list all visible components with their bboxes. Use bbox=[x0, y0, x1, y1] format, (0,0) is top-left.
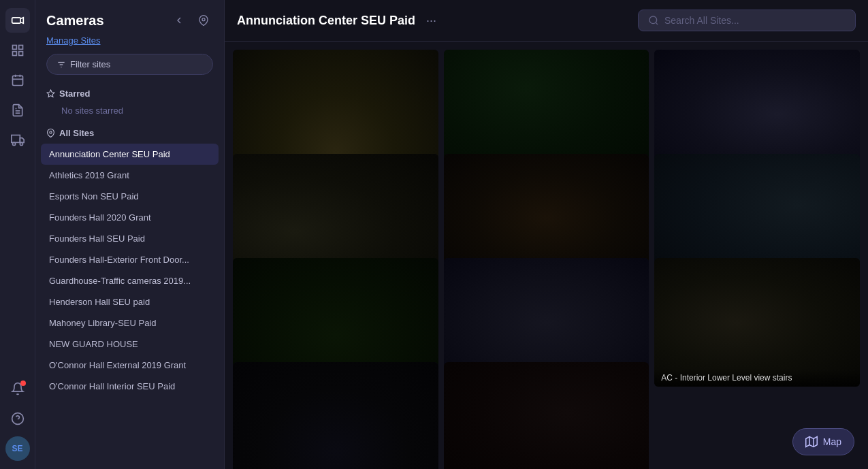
nav-truck[interactable] bbox=[5, 128, 30, 152]
camera-feed-cam9 bbox=[654, 258, 860, 387]
svg-marker-25 bbox=[806, 437, 818, 447]
location-icon[interactable] bbox=[194, 11, 213, 30]
svg-point-17 bbox=[202, 18, 205, 21]
search-bar bbox=[638, 10, 856, 31]
svg-point-22 bbox=[50, 131, 52, 133]
sidebar-item-esports[interactable]: Esports Non SEU Paid bbox=[41, 186, 219, 207]
svg-point-23 bbox=[649, 16, 657, 24]
nav-reports[interactable] bbox=[5, 98, 30, 123]
sidebar-item-guardhouse[interactable]: Guardhouse-Traffic cameras 2019... bbox=[41, 270, 219, 291]
sidebar-title: Cameras bbox=[46, 13, 104, 29]
nav-alerts[interactable] bbox=[5, 376, 30, 401]
sidebar-item-oconnorInterior[interactable]: O'Connor Hall Interior SEU Paid bbox=[41, 376, 219, 397]
svg-rect-4 bbox=[18, 52, 22, 56]
notification-badge bbox=[20, 381, 26, 386]
nav-user[interactable]: SE bbox=[5, 436, 30, 461]
svg-line-24 bbox=[656, 22, 658, 25]
camera-grid: AC - Interior Lower LevelAC - Exterior F… bbox=[225, 42, 868, 469]
sidebar-item-newguard[interactable]: NEW GUARD HOUSE bbox=[41, 334, 219, 355]
map-button-label: Map bbox=[823, 436, 841, 447]
all-sites-header: All Sites bbox=[46, 128, 213, 138]
nav-cameras[interactable] bbox=[5, 8, 30, 33]
svg-rect-5 bbox=[12, 76, 22, 85]
more-options-button[interactable]: ··· bbox=[422, 12, 440, 29]
nav-calendar[interactable] bbox=[5, 68, 30, 93]
sidebar-item-oconnorExternal[interactable]: O'Connor Hall External 2019 Grant bbox=[41, 355, 219, 376]
sidebar-header: Cameras bbox=[35, 0, 224, 35]
main-header-left: Annunciation Center SEU Paid ··· bbox=[237, 12, 440, 29]
svg-rect-1 bbox=[12, 46, 16, 50]
sidebar: Cameras Manage Sites Filter sites bbox=[35, 0, 225, 469]
svg-point-14 bbox=[20, 142, 22, 145]
manage-sites-link[interactable]: Manage Sites bbox=[35, 35, 224, 54]
page-title: Annunciation Center SEU Paid bbox=[237, 14, 415, 28]
search-input[interactable] bbox=[664, 15, 846, 26]
svg-marker-12 bbox=[20, 138, 24, 143]
sidebar-item-founders2020[interactable]: Founders Hall 2020 Grant bbox=[41, 207, 219, 228]
camera-label-cam9: AC - Interior Lower Level view stairs bbox=[654, 369, 860, 387]
camera-cell-cam11[interactable] bbox=[444, 362, 649, 469]
nav-dashboard[interactable] bbox=[5, 38, 30, 63]
filter-sites-button[interactable]: Filter sites bbox=[46, 54, 213, 75]
map-button[interactable]: Map bbox=[792, 428, 854, 455]
filter-sites-label: Filter sites bbox=[70, 59, 110, 69]
svg-rect-11 bbox=[11, 135, 19, 143]
sidebar-item-mahoney[interactable]: Mahoney Library-SEU Paid bbox=[41, 312, 219, 334]
camera-feed-cam11 bbox=[444, 362, 649, 469]
svg-rect-3 bbox=[12, 52, 16, 56]
sidebar-item-annunciation[interactable]: Annunciation Center SEU Paid bbox=[41, 144, 219, 165]
sidebar-item-foundersExterior[interactable]: Founders Hall-Exterior Front Door... bbox=[41, 249, 219, 270]
all-sites-label: All Sites bbox=[59, 128, 94, 138]
icon-bar: SE bbox=[0, 0, 35, 469]
sidebar-header-icons bbox=[170, 11, 213, 30]
main-header: Annunciation Center SEU Paid ··· bbox=[225, 0, 868, 42]
map-icon bbox=[805, 436, 818, 448]
camera-feed-cam10 bbox=[233, 362, 438, 469]
camera-cell-cam10[interactable] bbox=[233, 362, 438, 469]
collapse-sidebar-button[interactable] bbox=[170, 11, 189, 30]
nav-help[interactable] bbox=[5, 406, 30, 431]
all-sites-section: All Sites bbox=[35, 123, 224, 144]
starred-section-title: Starred bbox=[59, 88, 91, 99]
search-icon bbox=[648, 15, 659, 26]
star-icon bbox=[46, 89, 55, 98]
location-pin-icon bbox=[46, 129, 55, 138]
starred-label: Starred bbox=[46, 88, 213, 99]
main-content: Annunciation Center SEU Paid ··· AC - In… bbox=[225, 0, 868, 469]
user-initials: SE bbox=[12, 444, 22, 453]
sidebar-item-athletics[interactable]: Athletics 2019 Grant bbox=[41, 165, 219, 186]
svg-point-13 bbox=[12, 142, 15, 145]
starred-section: Starred No sites starred bbox=[35, 83, 224, 123]
sidebar-item-henderson[interactable]: Henderson Hall SEU paid bbox=[41, 291, 219, 312]
svg-marker-21 bbox=[47, 90, 54, 97]
no-sites-starred-text: No sites starred bbox=[46, 101, 213, 120]
camera-cell-cam9[interactable]: AC - Interior Lower Level view stairs bbox=[654, 258, 860, 387]
site-list: Annunciation Center SEU PaidAthletics 20… bbox=[35, 144, 224, 469]
sidebar-item-foundersHallSEU[interactable]: Founders Hall SEU Paid bbox=[41, 228, 219, 249]
svg-rect-2 bbox=[18, 46, 22, 50]
svg-rect-0 bbox=[12, 18, 20, 23]
